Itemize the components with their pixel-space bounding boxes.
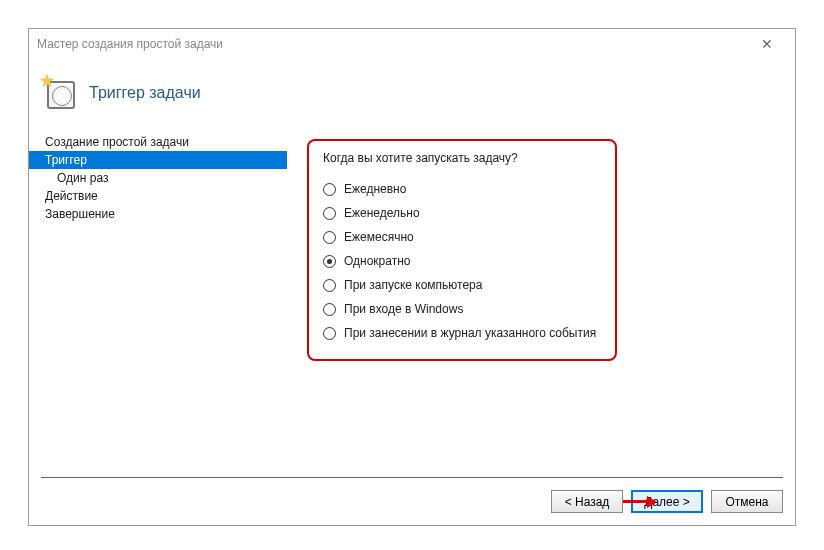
radio-icon [323, 303, 336, 316]
trigger-question: Когда вы хотите запускать задачу? [323, 151, 601, 165]
radio-icon [323, 183, 336, 196]
radio-label: Ежедневно [344, 182, 406, 196]
radio-monthly[interactable]: Ежемесячно [323, 225, 601, 249]
page-title: Триггер задачи [89, 84, 201, 102]
step-action[interactable]: Действие [29, 187, 287, 205]
radio-label: Еженедельно [344, 206, 420, 220]
radio-on-event[interactable]: При занесении в журнал указанного событи… [323, 321, 601, 345]
radio-at-startup[interactable]: При запуске компьютера [323, 273, 601, 297]
cancel-button[interactable]: Отмена [711, 490, 783, 513]
step-trigger[interactable]: Триггер [29, 151, 287, 169]
radio-at-logon[interactable]: При входе в Windows [323, 297, 601, 321]
radio-icon [323, 207, 336, 220]
radio-icon [323, 327, 336, 340]
wizard-window: Мастер создания простой задачи ✕ Триггер… [28, 28, 796, 526]
radio-icon [323, 255, 336, 268]
radio-label: При запуске компьютера [344, 278, 482, 292]
titlebar: Мастер создания простой задачи ✕ [29, 29, 795, 59]
step-one-time[interactable]: Один раз [29, 169, 287, 187]
radio-label: При входе в Windows [344, 302, 463, 316]
wizard-header: Триггер задачи [29, 59, 795, 127]
task-scheduler-icon [43, 77, 75, 109]
radio-label: Ежемесячно [344, 230, 414, 244]
window-title: Мастер создания простой задачи [37, 37, 747, 51]
step-finish[interactable]: Завершение [29, 205, 287, 223]
annotation-highlight: Когда вы хотите запускать задачу? Ежедне… [307, 139, 617, 361]
radio-one-time[interactable]: Однократно [323, 249, 601, 273]
annotation-arrow-icon [617, 496, 657, 508]
step-create-basic-task[interactable]: Создание простой задачи [29, 133, 287, 151]
wizard-steps: Создание простой задачи Триггер Один раз… [29, 127, 287, 477]
wizard-body: Создание простой задачи Триггер Один раз… [29, 127, 795, 477]
back-button[interactable]: < Назад [551, 490, 623, 513]
radio-icon [323, 231, 336, 244]
radio-label: Однократно [344, 254, 411, 268]
wizard-footer: < Назад Далее > Отмена [41, 477, 783, 525]
wizard-content: Когда вы хотите запускать задачу? Ежедне… [287, 127, 795, 477]
radio-daily[interactable]: Ежедневно [323, 177, 601, 201]
radio-weekly[interactable]: Еженедельно [323, 201, 601, 225]
radio-label: При занесении в журнал указанного событи… [344, 326, 596, 340]
close-icon[interactable]: ✕ [747, 36, 787, 52]
radio-icon [323, 279, 336, 292]
